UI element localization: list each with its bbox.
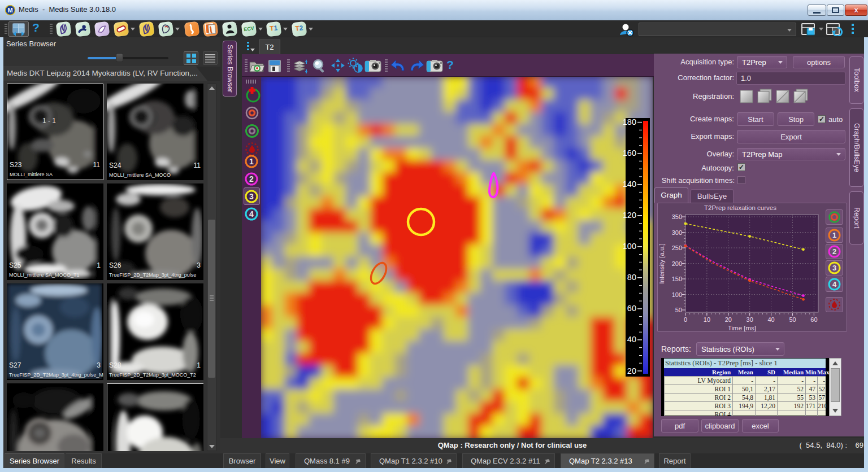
svg-text:30: 30 (747, 316, 753, 323)
svg-text:100: 100 (672, 291, 682, 298)
svg-text:150: 150 (672, 276, 682, 282)
svg-text:4: 4 (832, 280, 837, 289)
svg-text:0: 0 (684, 316, 687, 323)
svg-text:50: 50 (789, 316, 796, 323)
svg-text:3: 3 (249, 192, 254, 201)
svg-text:2: 2 (832, 247, 836, 256)
svg-text:350: 350 (672, 213, 682, 220)
svg-text:60: 60 (627, 304, 636, 313)
svg-text:40: 40 (627, 335, 636, 344)
svg-text:10: 10 (704, 316, 710, 323)
svg-text:60: 60 (810, 316, 817, 323)
svg-text:160: 160 (623, 148, 636, 158)
svg-text:120: 120 (623, 211, 636, 220)
svg-text:1: 1 (249, 157, 254, 166)
svg-text:20: 20 (627, 366, 636, 375)
svg-text:Intensity [a.u.]: Intensity [a.u.] (658, 243, 665, 284)
svg-text:140: 140 (623, 180, 636, 189)
svg-text:50: 50 (675, 307, 682, 313)
svg-text:20: 20 (725, 316, 732, 323)
svg-text:200: 200 (672, 260, 682, 267)
svg-text:Time [ms]: Time [ms] (728, 325, 756, 331)
svg-text:3: 3 (832, 264, 836, 272)
svg-text:40: 40 (767, 316, 774, 323)
svg-text:250: 250 (672, 244, 682, 251)
svg-text:100: 100 (623, 242, 636, 251)
svg-text:180: 180 (623, 117, 636, 126)
svg-text:4: 4 (249, 209, 254, 218)
svg-text:300: 300 (672, 229, 682, 236)
svg-text:T2Prep relaxation curves: T2Prep relaxation curves (704, 204, 776, 211)
svg-text:80: 80 (627, 273, 636, 282)
svg-text:2: 2 (249, 174, 254, 183)
svg-text:M: M (7, 7, 12, 14)
svg-text:1: 1 (832, 231, 836, 239)
